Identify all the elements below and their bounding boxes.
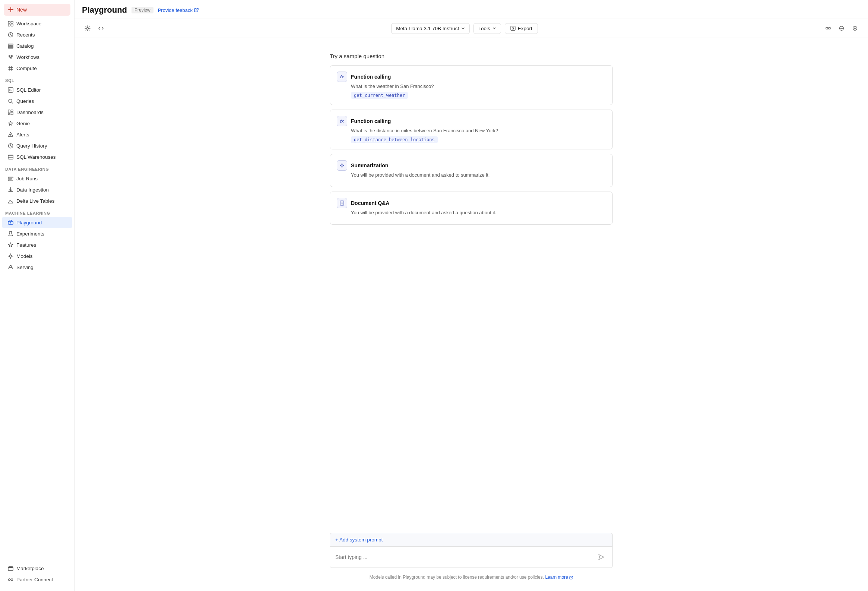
sample-section-title: Try a sample question (330, 53, 613, 59)
sample-section: Try a sample question fx Function callin… (330, 53, 613, 229)
clear-button[interactable] (822, 23, 834, 34)
sidebar-item-compute[interactable]: Compute (2, 63, 72, 74)
sidebar-item-dashboards[interactable]: Dashboards (2, 106, 72, 118)
svg-point-26 (10, 265, 12, 267)
new-button[interactable]: New (4, 4, 71, 16)
sidebar-item-queries[interactable]: Queries (2, 95, 72, 106)
external-link-icon (194, 8, 199, 12)
sidebar-item-workflows[interactable]: Workflows (2, 52, 72, 63)
svg-rect-27 (8, 567, 13, 570)
bottom-area: + Add system prompt Models called in Pla… (330, 522, 613, 584)
minimize-button[interactable] (836, 23, 847, 34)
tools-chevron-icon (493, 27, 496, 30)
expand-button[interactable] (849, 23, 861, 34)
sidebar-item-workspace-label: Workspace (16, 21, 41, 27)
query-history-icon (7, 143, 13, 149)
features-icon (7, 242, 13, 248)
svg-rect-33 (828, 28, 830, 29)
summarization-icon (337, 160, 347, 171)
sidebar-item-dashboards-label: Dashboards (16, 109, 44, 115)
tools-button[interactable]: Tools (474, 23, 501, 34)
clock-icon (7, 32, 13, 38)
sample-card-summarization[interactable]: Summarization You will be provided with … (330, 154, 613, 187)
export-button[interactable]: Export (505, 23, 538, 34)
sidebar-item-features-label: Features (16, 242, 36, 248)
sql-section-label: SQL (0, 74, 74, 84)
footer-external-link-icon (569, 576, 573, 579)
svg-rect-9 (8, 47, 13, 49)
card-header-2: fx Function calling (337, 116, 606, 126)
dashboards-icon (7, 109, 13, 115)
card-header-4: Document Q&A (337, 198, 606, 208)
svg-rect-15 (8, 114, 10, 115)
sidebar-item-catalog[interactable]: Catalog (2, 40, 72, 52)
svg-rect-21 (8, 179, 12, 179)
sidebar-item-experiments[interactable]: Experiments (2, 228, 72, 239)
add-prompt-label: + Add system prompt (335, 537, 382, 542)
sidebar-item-query-history-label: Query History (16, 143, 47, 149)
feedback-label: Provide feeback (158, 7, 193, 13)
svg-point-30 (87, 28, 89, 30)
sidebar-item-serving-label: Serving (16, 264, 34, 270)
workflows-icon (7, 54, 13, 60)
sidebar-item-job-runs[interactable]: Job Runs (2, 173, 72, 184)
serving-icon (7, 264, 13, 270)
settings-button[interactable] (82, 23, 93, 34)
svg-point-11 (9, 99, 12, 102)
svg-rect-14 (11, 112, 13, 115)
sidebar-item-delta-live-tables[interactable]: Delta Live Tables (2, 195, 72, 207)
top-bar: Playground Preview Provide feeback (74, 0, 868, 19)
sidebar-item-alerts-label: Alerts (16, 132, 30, 137)
model-selector-button[interactable]: Meta Llama 3.1 70B Instruct (391, 23, 470, 34)
send-button[interactable] (595, 551, 607, 563)
sidebar-item-recents-label: Recents (16, 32, 35, 38)
sidebar-item-models[interactable]: Models (2, 250, 72, 262)
sample-card-function-calling-1[interactable]: fx Function calling What is the weather … (330, 65, 613, 105)
card-desc-3: You will be provided with a document and… (351, 172, 606, 178)
sidebar-item-query-history[interactable]: Query History (2, 140, 72, 151)
sample-card-document-qa[interactable]: Document Q&A You will be provided with a… (330, 192, 613, 225)
sample-card-function-calling-2[interactable]: fx Function calling What is the distance… (330, 109, 613, 149)
sidebar-item-partner-connect[interactable]: Partner Connect (2, 574, 72, 585)
function-calling-icon-1: fx (337, 72, 347, 82)
svg-point-24 (10, 222, 11, 223)
main-content: Playground Preview Provide feeback Meta … (74, 0, 868, 591)
sidebar-item-playground[interactable]: Playground (2, 217, 72, 228)
card-desc-1: What is the weather in San Francisco? (351, 83, 606, 89)
alerts-icon (7, 131, 13, 137)
footer-learn-more-link[interactable]: Learn more (545, 575, 573, 580)
job-runs-icon (7, 176, 13, 182)
sidebar-item-data-ingestion[interactable]: Data Ingestion (2, 184, 72, 195)
queries-icon (7, 98, 13, 104)
preview-badge: Preview (131, 7, 154, 13)
sidebar-item-genie[interactable]: Genie (2, 118, 72, 129)
plus-circle-icon (852, 26, 858, 31)
sidebar-item-marketplace[interactable]: Marketplace (2, 563, 72, 574)
sidebar-item-sql-warehouses-label: SQL Warehouses (16, 154, 56, 160)
sidebar-item-data-ingestion-label: Data Ingestion (16, 187, 49, 193)
export-icon (510, 26, 515, 31)
sidebar-item-workspace[interactable]: Workspace (2, 18, 72, 29)
code-view-button[interactable] (95, 23, 106, 34)
page-title: Playground (82, 5, 127, 15)
clear-icon (825, 26, 831, 31)
chat-input[interactable] (335, 554, 595, 560)
content-area: Try a sample question fx Function callin… (74, 38, 868, 591)
feedback-link[interactable]: Provide feeback (158, 7, 199, 13)
toolbar: Meta Llama 3.1 70B Instruct Tools Export (74, 19, 868, 38)
sidebar-item-features[interactable]: Features (2, 239, 72, 250)
svg-rect-32 (826, 28, 828, 29)
sql-editor-icon (7, 87, 13, 93)
sidebar-item-sql-editor[interactable]: SQL Editor (2, 84, 72, 95)
footer-note: Models called in Playground may be subje… (330, 571, 613, 584)
function-calling-icon-2: fx (337, 116, 347, 126)
add-system-prompt-button[interactable]: + Add system prompt (330, 533, 613, 546)
export-label: Export (518, 26, 532, 31)
sidebar-item-recents[interactable]: Recents (2, 29, 72, 40)
sidebar-item-delta-live-tables-label: Delta Live Tables (16, 198, 55, 204)
sidebar-item-sql-warehouses[interactable]: SQL Warehouses (2, 151, 72, 163)
model-label: Meta Llama 3.1 70B Instruct (396, 26, 459, 31)
catalog-icon (7, 43, 13, 49)
sidebar-item-alerts[interactable]: Alerts (2, 129, 72, 140)
sidebar-item-serving[interactable]: Serving (2, 262, 72, 273)
